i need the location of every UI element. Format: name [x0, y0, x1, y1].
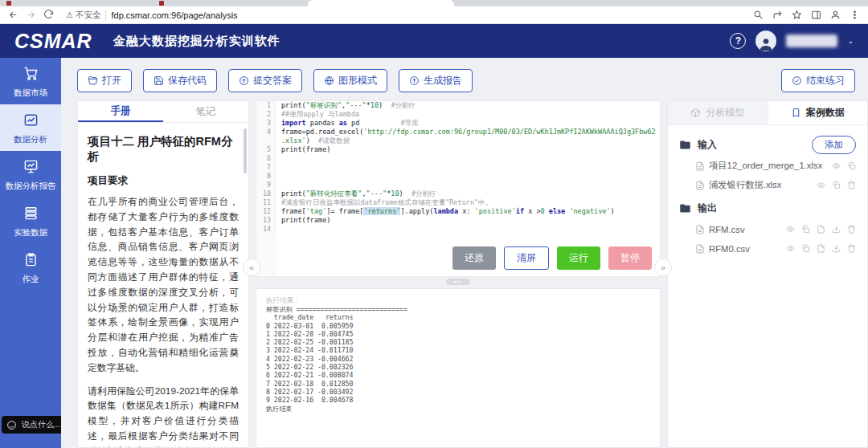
- file-item[interactable]: 浦发银行数据.xlsx: [695, 177, 856, 193]
- file-item[interactable]: RFM0.csv: [695, 240, 856, 257]
- sidebar-item-experiment-data[interactable]: 实验数据: [0, 198, 61, 244]
- end-exercise-button[interactable]: 结束练习: [781, 69, 855, 92]
- code-line[interactable]: 10print("新转化特征查看","---"*10) #分割行: [256, 189, 660, 198]
- code-line[interactable]: 7: [256, 163, 660, 172]
- section-heading: 项目要求: [88, 174, 239, 188]
- chat-placeholder[interactable]: 说点什么...: [22, 419, 60, 430]
- app-title: 金融大数据挖掘分析实训软件: [113, 34, 280, 49]
- code-text: [276, 181, 281, 189]
- clear-screen-button[interactable]: 清屏: [504, 246, 549, 270]
- output-line: 标签识别 ============================: [266, 305, 650, 313]
- generate-report-button[interactable]: 生成报告: [399, 69, 473, 92]
- sidebar-item-homework[interactable]: 作业: [0, 244, 61, 291]
- preview-icon[interactable]: [786, 244, 795, 253]
- bookmark-star-icon[interactable]: [792, 10, 802, 20]
- back-icon[interactable]: [8, 10, 18, 20]
- file-item[interactable]: RFM.csv: [695, 221, 856, 238]
- trash-icon[interactable]: [847, 244, 856, 253]
- sidebar-item-data-market[interactable]: 数据市场: [0, 58, 61, 104]
- add-button[interactable]: 添加: [812, 136, 856, 154]
- button-label: 打开: [102, 74, 121, 88]
- code-line[interactable]: .xlsx') #读取数据: [256, 136, 660, 145]
- tab-manual[interactable]: 手册: [78, 101, 163, 122]
- tab-case-data[interactable]: 案例数据: [768, 101, 868, 124]
- trash-icon[interactable]: [847, 181, 856, 189]
- code-line[interactable]: 6: [256, 154, 660, 163]
- copy-icon[interactable]: [832, 181, 841, 189]
- code-editor[interactable]: 1print("标签识别","---"*10) #分割行2##使用apply 与…: [256, 100, 661, 277]
- browser-address-bar: ⚠不安全 fdp.csmar.com:96/page/analysis: [0, 6, 868, 24]
- profile-icon[interactable]: [830, 10, 841, 20]
- line-number: 3: [256, 119, 276, 128]
- chevron-down-icon[interactable]: ⌄: [847, 37, 854, 45]
- tab-notes[interactable]: 笔记: [163, 101, 248, 122]
- collapse-left-icon[interactable]: «: [243, 259, 260, 276]
- copy-icon[interactable]: [847, 161, 856, 170]
- folder-icon: [679, 202, 691, 214]
- code-line[interactable]: 13print(frame): [256, 216, 660, 225]
- zoom-icon[interactable]: [753, 10, 764, 20]
- code-line[interactable]: 5print(frame): [256, 145, 660, 154]
- help-icon[interactable]: ?: [730, 33, 746, 49]
- download-icon[interactable]: [832, 225, 841, 234]
- preview-icon[interactable]: [817, 181, 825, 189]
- code-text: print("标签识别","---"*10) #分割行: [276, 101, 416, 110]
- upload-circle-icon: [409, 75, 420, 86]
- forward-icon[interactable]: [26, 10, 36, 20]
- output-line: 2 2022-02-25 -0.001185: [266, 338, 650, 346]
- code-line[interactable]: 11#浦发银行日收益率数据以dataframe格式存储在变量"Return"中。: [256, 198, 660, 207]
- sidebar-item-data-analysis[interactable]: 数据分析: [0, 104, 61, 151]
- line-number: 1: [256, 101, 276, 110]
- code-line[interactable]: 1print("标签识别","---"*10) #分割行: [256, 101, 660, 110]
- code-line[interactable]: 9: [256, 181, 660, 189]
- code-line[interactable]: 14: [256, 225, 660, 234]
- submit-answer-button[interactable]: 提交答案: [228, 69, 302, 92]
- preview-icon[interactable]: [786, 225, 795, 234]
- line-number: 5: [256, 145, 276, 154]
- open-button[interactable]: 打开: [77, 69, 132, 92]
- side-panel-icon[interactable]: [811, 10, 821, 20]
- code-line[interactable]: 8: [256, 172, 660, 181]
- button-label: 提交答案: [253, 74, 292, 88]
- output-line: 0 2022-03-01 0.005959: [266, 322, 650, 330]
- panel-resize-handle[interactable]: •••: [256, 279, 661, 285]
- copy-icon[interactable]: [801, 225, 810, 234]
- trash-icon[interactable]: [847, 225, 856, 234]
- share-icon[interactable]: [772, 10, 783, 20]
- security-warning[interactable]: ⚠不安全: [66, 10, 100, 21]
- smiley-icon: [6, 420, 17, 430]
- code-line[interactable]: 4frame=pd.read_excel('http://fdp.csmar.c…: [256, 128, 660, 136]
- code-line[interactable]: 3import pandas as pd #导库: [256, 119, 660, 128]
- code-text: [276, 172, 281, 181]
- project-title: 项目十二 用户特征的RFM分析: [88, 134, 239, 165]
- collapse-right-icon[interactable]: »: [654, 259, 672, 276]
- url-box[interactable]: ⚠不安全 fdp.csmar.com:96/page/analysis: [66, 10, 746, 21]
- button-label: 生成报告: [424, 74, 462, 88]
- code-line[interactable]: 2##使用apply 与lambda: [256, 110, 660, 119]
- main-area: 打开保存代码提交答案图形模式生成报告 结束练习 手册 笔记 项目十二 用户特征的…: [61, 58, 868, 448]
- reload-icon[interactable]: [43, 10, 54, 20]
- doc-icon[interactable]: [817, 225, 825, 234]
- graph-mode-button[interactable]: 图形模式: [313, 69, 387, 92]
- code-line[interactable]: 12frame['tag']= frame['returns'].apply(l…: [256, 207, 660, 216]
- browser-tab-active[interactable]: [308, 0, 454, 6]
- line-number: 8: [256, 172, 276, 181]
- pause-button[interactable]: 暂停: [608, 246, 652, 270]
- doc-icon[interactable]: [817, 244, 825, 253]
- tab-analysis-model[interactable]: 分析模型: [668, 101, 768, 124]
- preview-icon[interactable]: [832, 161, 841, 170]
- file-item[interactable]: 项目12_order_merge_1.xlsx: [695, 157, 856, 174]
- scrollbar-thumb[interactable]: [244, 128, 247, 173]
- code-text: frame['tag']= frame['returns'].apply(lam…: [276, 207, 615, 216]
- download-icon[interactable]: [832, 244, 841, 253]
- report-icon: [23, 159, 39, 174]
- menu-dots-icon[interactable]: [850, 10, 860, 20]
- restore-button[interactable]: 还原: [452, 246, 496, 270]
- code-text: #浦发银行日收益率数据以dataframe格式存储在变量"Return"中。: [276, 198, 492, 207]
- security-label: 不安全: [76, 10, 101, 21]
- sidebar-item-analysis-report[interactable]: 数据分析报告: [0, 151, 61, 198]
- run-button[interactable]: 运行: [557, 246, 600, 270]
- copy-icon[interactable]: [801, 244, 810, 253]
- save-code-button[interactable]: 保存代码: [143, 69, 217, 92]
- avatar[interactable]: [755, 31, 776, 51]
